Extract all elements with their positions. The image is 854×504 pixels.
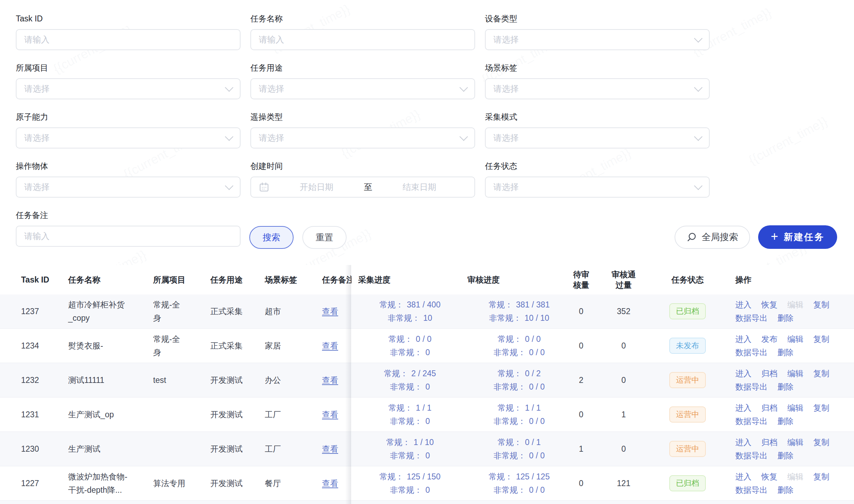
view-note-link[interactable]: 查看 bbox=[322, 409, 338, 420]
action-export[interactable]: 数据导出 bbox=[735, 451, 768, 460]
table-row: 1231生产测试_op开发测试工厂查看常规：1 / 1非常规：0常规：1 / 1… bbox=[0, 398, 854, 432]
action-export[interactable]: 数据导出 bbox=[735, 486, 768, 495]
progress-value: 125 / 125 bbox=[516, 470, 550, 483]
cell-purpose: 开发测试 bbox=[210, 363, 260, 397]
action-enter[interactable]: 进入 bbox=[735, 335, 751, 344]
action-archive[interactable]: 归档 bbox=[761, 369, 777, 378]
action-restore[interactable]: 恢复 bbox=[761, 472, 777, 481]
create_time-daterange[interactable]: 开始日期至结束日期 bbox=[250, 177, 475, 198]
task-management-page: {{current_time}}{{current_time}}{{curren… bbox=[0, 0, 854, 504]
placeholder-text: 请选择 bbox=[24, 132, 50, 144]
progress-label: 常规： bbox=[498, 367, 522, 380]
cell-pending-count: 0 bbox=[562, 329, 600, 363]
placeholder-text: 请选择 bbox=[493, 34, 519, 45]
action-edit[interactable]: 编辑 bbox=[787, 335, 803, 344]
cell-task-id: 1231 bbox=[21, 398, 60, 431]
action-export[interactable]: 数据导出 bbox=[735, 417, 768, 426]
action-copy[interactable]: 复制 bbox=[813, 369, 829, 378]
action-edit[interactable]: 编辑 bbox=[787, 404, 803, 412]
action-copy[interactable]: 复制 bbox=[813, 472, 829, 481]
progress-line: 常规：0 / 0 bbox=[498, 332, 541, 346]
task_name-input[interactable]: 请输入 bbox=[250, 29, 475, 50]
progress-label: 常规： bbox=[489, 298, 513, 311]
cell-actions: 进入恢复编辑复制数据导出删除 bbox=[735, 294, 841, 328]
action-edit[interactable]: 编辑 bbox=[787, 369, 803, 378]
placeholder-text: 请选择 bbox=[493, 132, 519, 144]
action-enter[interactable]: 进入 bbox=[735, 369, 751, 378]
cell-task-id: 1232 bbox=[21, 363, 60, 397]
reset-button[interactable]: 重置 bbox=[302, 226, 347, 249]
cell-actions: 进入恢复编辑复制数据导出删除 bbox=[735, 466, 841, 500]
cell-passed-count: 0 bbox=[602, 432, 645, 466]
action-export[interactable]: 数据导出 bbox=[735, 348, 768, 357]
view-note-link[interactable]: 查看 bbox=[322, 478, 338, 489]
progress-value: 10 / 10 bbox=[525, 311, 549, 325]
scene_tag-select[interactable]: 请选择 bbox=[485, 78, 710, 99]
view-note-link[interactable]: 查看 bbox=[322, 444, 338, 455]
global-search-button[interactable]: 全局搜索 bbox=[675, 226, 750, 249]
action-enter[interactable]: 进入 bbox=[735, 404, 751, 412]
action-delete[interactable]: 删除 bbox=[777, 486, 794, 495]
status-badge: 运营中 bbox=[669, 406, 706, 423]
action-publish[interactable]: 发布 bbox=[761, 335, 777, 344]
collect_mode-select[interactable]: 请选择 bbox=[485, 127, 710, 148]
progress-value: 381 / 400 bbox=[407, 298, 441, 311]
action-delete[interactable]: 删除 bbox=[777, 314, 794, 323]
action-copy[interactable]: 复制 bbox=[813, 438, 829, 447]
action-enter[interactable]: 进入 bbox=[735, 438, 751, 447]
task_status-select[interactable]: 请选择 bbox=[485, 177, 710, 198]
progress-value: 0 bbox=[426, 380, 430, 393]
filter-label-atomic_capability: 原子能力 bbox=[16, 111, 241, 123]
view-note-link[interactable]: 查看 bbox=[322, 340, 338, 351]
filter-field-operate_object: 操作物体请选择 bbox=[16, 160, 241, 209]
chevron-down-icon bbox=[459, 83, 468, 92]
operate_object-select[interactable]: 请选择 bbox=[16, 177, 241, 198]
cell-collect-progress: 常规：1 / 10非常规：0 bbox=[358, 432, 462, 466]
status-badge: 已归档 bbox=[669, 475, 706, 491]
action-copy[interactable]: 复制 bbox=[813, 335, 829, 344]
action-enter[interactable]: 进入 bbox=[735, 300, 751, 309]
progress-value: 0 bbox=[426, 483, 430, 497]
progress-line: 常规：2 / 245 bbox=[384, 367, 436, 380]
task_purpose-select[interactable]: 请选择 bbox=[250, 78, 475, 99]
cell-pending-count: 0 bbox=[562, 398, 600, 431]
date-range-separator: 至 bbox=[364, 181, 372, 193]
search-icon bbox=[687, 232, 697, 243]
action-delete[interactable]: 删除 bbox=[777, 383, 794, 391]
task_id-input[interactable]: 请输入 bbox=[16, 29, 241, 50]
teleop_type-select[interactable]: 请选择 bbox=[250, 127, 475, 148]
action-export[interactable]: 数据导出 bbox=[735, 383, 768, 391]
action-export[interactable]: 数据导出 bbox=[735, 314, 768, 323]
cell-scene: 家居 bbox=[265, 329, 310, 363]
action-edit[interactable]: 编辑 bbox=[787, 438, 803, 447]
action-delete[interactable]: 删除 bbox=[777, 417, 794, 426]
progress-value: 0 / 0 bbox=[529, 346, 545, 359]
search-button[interactable]: 搜索 bbox=[249, 226, 294, 249]
filter-label-collect_mode: 采集模式 bbox=[485, 111, 710, 123]
action-copy[interactable]: 复制 bbox=[813, 300, 829, 309]
col-header-task-id: Task ID bbox=[21, 265, 60, 294]
task_note-input[interactable]: 请输入 bbox=[16, 226, 241, 247]
chevron-down-icon bbox=[694, 132, 702, 141]
cell-scene: 工厂 bbox=[265, 432, 310, 466]
progress-value: 0 / 0 bbox=[416, 332, 432, 346]
watermark-text: {{current_time}} bbox=[746, 114, 830, 168]
view-note-link[interactable]: 查看 bbox=[322, 306, 338, 317]
device_type-select[interactable]: 请选择 bbox=[485, 29, 710, 50]
progress-label: 常规： bbox=[388, 401, 413, 415]
action-enter[interactable]: 进入 bbox=[735, 472, 751, 481]
chevron-down-icon bbox=[225, 181, 233, 190]
new-task-button[interactable]: + 新建任务 bbox=[758, 225, 837, 249]
action-delete[interactable]: 删除 bbox=[777, 451, 794, 460]
action-restore[interactable]: 恢复 bbox=[761, 300, 777, 309]
action-copy[interactable]: 复制 bbox=[813, 404, 829, 412]
filter-label-task_note: 任务备注 bbox=[16, 209, 241, 221]
action-archive[interactable]: 归档 bbox=[761, 438, 777, 447]
view-note-link[interactable]: 查看 bbox=[322, 375, 338, 386]
project-select[interactable]: 请选择 bbox=[16, 78, 241, 99]
progress-line: 常规：1 / 10 bbox=[386, 436, 434, 449]
atomic_capability-select[interactable]: 请选择 bbox=[16, 127, 241, 148]
action-archive[interactable]: 归档 bbox=[761, 404, 777, 412]
action-delete[interactable]: 删除 bbox=[777, 348, 794, 357]
cell-scene: 餐厅 bbox=[265, 466, 310, 500]
